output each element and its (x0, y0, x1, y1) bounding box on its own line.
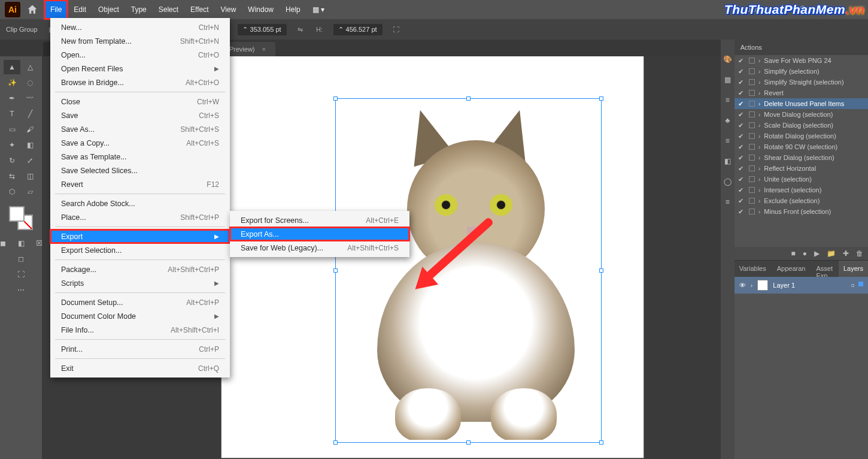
menu-item[interactable]: Export for Screens...Alt+Ctrl+E (230, 213, 409, 227)
curvature-tool[interactable]: 〰 (22, 91, 38, 105)
menu-item[interactable]: Export Selection... (50, 243, 230, 257)
menu-item[interactable]: Scripts▶ (50, 276, 230, 290)
menu-item[interactable]: New...Ctrl+N (50, 20, 230, 34)
width-tool[interactable]: ⇆ (4, 169, 20, 183)
action-row[interactable]: ✔›Simplify Straight (selection) (735, 77, 868, 87)
menu-item[interactable]: Place...Shift+Ctrl+P (50, 210, 230, 224)
record-icon[interactable]: ● (803, 249, 807, 258)
tab-appearance[interactable]: Appearan (772, 261, 811, 277)
modal-icon[interactable] (749, 90, 755, 96)
disclosure-icon[interactable]: › (758, 176, 761, 183)
disclosure-icon[interactable]: › (758, 143, 761, 150)
menu-effect[interactable]: Effect (184, 0, 214, 19)
action-row[interactable]: ✔›Rotate Dialog (selection) (735, 131, 868, 141)
check-icon[interactable]: ✔ (738, 143, 745, 151)
modal-icon[interactable] (749, 79, 755, 85)
direct-selection-tool[interactable]: △ (22, 60, 38, 74)
new-action-icon[interactable]: ✚ (843, 249, 849, 258)
menu-item[interactable]: File Info...Alt+Shift+Ctrl+I (50, 323, 230, 337)
disclosure-icon[interactable]: › (758, 57, 761, 64)
gradient-panel-icon[interactable]: ◧ (724, 157, 731, 165)
modal-icon[interactable] (749, 133, 755, 139)
menu-select[interactable]: Select (153, 0, 184, 19)
app-logo[interactable]: Ai (5, 2, 20, 17)
action-row[interactable]: ✔›Revert (735, 87, 868, 98)
shape-builder-tool[interactable]: ⬡ (4, 185, 20, 199)
menu-help[interactable]: Help (280, 0, 306, 19)
layer-name[interactable]: Layer 1 (773, 282, 795, 289)
menu-item[interactable]: ExitCtrl+Q (50, 361, 230, 375)
modal-icon[interactable] (749, 122, 755, 128)
magic-wand-tool[interactable]: ✨ (4, 76, 20, 90)
menu-item[interactable]: Save a Copy...Alt+Ctrl+S (50, 136, 230, 150)
brush-tool[interactable]: 🖌 (22, 122, 38, 137)
transform-icon[interactable]: ⛶ (391, 24, 402, 35)
draw-mode[interactable]: ◻ (13, 252, 29, 266)
disclosure-icon[interactable]: › (758, 78, 761, 86)
line-tool[interactable]: ╱ (22, 107, 38, 121)
menu-window[interactable]: Window (242, 0, 280, 19)
transparency-panel-icon[interactable]: ◯ (724, 177, 732, 186)
type-tool[interactable]: T (4, 107, 20, 121)
h-field[interactable]: ⌃456.527 pt (333, 24, 383, 35)
menu-item[interactable]: New from Template...Shift+Ctrl+N (50, 34, 230, 48)
menu-item[interactable]: SaveCtrl+S (50, 108, 230, 122)
action-row[interactable]: ✔›Delete Unused Panel Items (735, 98, 868, 109)
check-icon[interactable]: ✔ (738, 154, 745, 162)
trash-icon[interactable]: 🗑 (856, 249, 863, 258)
check-icon[interactable]: ✔ (738, 186, 745, 194)
modal-icon[interactable] (749, 101, 755, 107)
menu-file[interactable]: File (44, 0, 68, 19)
menu-item[interactable]: Open Recent Files▶ (50, 62, 230, 76)
menu-item[interactable]: RevertF12 (50, 177, 230, 191)
menu-item[interactable]: Open...Ctrl+O (50, 48, 230, 62)
modal-icon[interactable] (749, 176, 755, 182)
modal-icon[interactable] (749, 58, 755, 64)
color-well[interactable] (8, 205, 34, 231)
modal-icon[interactable] (749, 144, 755, 150)
check-icon[interactable]: ✔ (738, 78, 745, 86)
modal-icon[interactable] (749, 187, 755, 193)
modal-icon[interactable] (749, 209, 755, 215)
new-set-icon[interactable]: 📁 (827, 249, 836, 258)
action-row[interactable]: ✔›Simplify (selection) (735, 66, 868, 77)
fill-mode[interactable]: ◼ (0, 236, 11, 250)
menu-type[interactable]: Type (125, 0, 153, 19)
modal-icon[interactable] (749, 198, 755, 204)
swatches-panel-icon[interactable]: ▦ (724, 76, 731, 84)
menu-item[interactable]: Export▶ (50, 230, 230, 243)
actions-panel-tab[interactable]: Actions (735, 40, 868, 55)
stop-icon[interactable]: ■ (791, 249, 796, 258)
disclosure-icon[interactable]: › (758, 68, 761, 75)
check-icon[interactable]: ✔ (738, 197, 745, 205)
tab-layers[interactable]: Layers (839, 261, 868, 277)
check-icon[interactable]: ✔ (738, 132, 745, 140)
check-icon[interactable]: ✔ (738, 100, 745, 108)
action-row[interactable]: ✔›Unite (selection) (735, 174, 868, 185)
disclosure-icon[interactable]: › (758, 89, 761, 96)
menu-item[interactable]: Document Setup...Alt+Ctrl+P (50, 295, 230, 309)
action-row[interactable]: ✔›Rotate 90 CW (selection) (735, 141, 868, 152)
rectangle-tool[interactable]: ▭ (4, 122, 20, 137)
tab-variables[interactable]: Variables (735, 261, 771, 277)
check-icon[interactable]: ✔ (738, 89, 745, 97)
layer-row[interactable]: 👁 › ▧ Layer 1 ○ (735, 277, 868, 294)
check-icon[interactable]: ✔ (738, 57, 745, 65)
menu-item[interactable]: CloseCtrl+W (50, 95, 230, 108)
align-panel-icon[interactable]: ≡ (726, 198, 730, 206)
action-row[interactable]: ✔›Save For Web PNG 24 (735, 55, 868, 66)
rotate-tool[interactable]: ↻ (4, 153, 20, 168)
menu-item[interactable]: Save As...Shift+Ctrl+S (50, 122, 230, 136)
shaper-tool[interactable]: ✦ (4, 138, 20, 152)
menu-item[interactable]: Search Adobe Stock... (50, 197, 230, 210)
action-row[interactable]: ✔›Exclude (selection) (735, 195, 868, 206)
perspective-tool[interactable]: ▱ (22, 185, 38, 199)
free-transform-tool[interactable]: ◫ (22, 169, 38, 183)
modal-icon[interactable] (749, 68, 755, 74)
check-icon[interactable]: ✔ (738, 208, 745, 216)
disclosure-icon[interactable]: › (758, 154, 761, 161)
action-row[interactable]: ✔›Shear Dialog (selection) (735, 152, 868, 163)
edit-toolbar[interactable]: ⋯ (13, 283, 29, 297)
disclosure-icon[interactable]: › (758, 100, 761, 107)
menu-item[interactable]: Document Color Mode▶ (50, 309, 230, 323)
